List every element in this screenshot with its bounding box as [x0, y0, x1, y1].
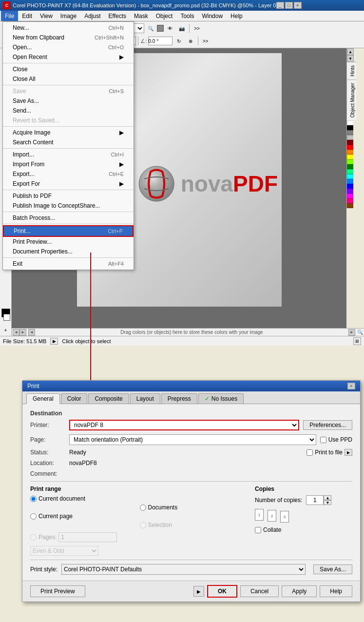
- current-doc-option[interactable]: Current document: [30, 495, 249, 502]
- eye-btn[interactable]: 👁: [165, 23, 175, 34]
- color-cyan[interactable]: [347, 174, 353, 179]
- menu-adjust[interactable]: Adjust: [80, 11, 104, 21]
- color-light-blue[interactable]: [347, 179, 353, 184]
- menu-effects[interactable]: Effects: [105, 11, 130, 21]
- color-green[interactable]: [347, 164, 353, 169]
- object-manager-tab[interactable]: Object Manager: [347, 79, 356, 120]
- bg-color-display[interactable]: [3, 314, 10, 321]
- color-teal[interactable]: [347, 169, 353, 174]
- spin-down[interactable]: ▼: [324, 500, 331, 505]
- menu-search[interactable]: Search Content: [3, 137, 134, 147]
- current-doc-radio[interactable]: [30, 496, 37, 502]
- color-white[interactable]: [347, 120, 353, 125]
- spin-up[interactable]: ▲: [324, 495, 331, 500]
- print-to-file-checkbox[interactable]: [307, 449, 313, 456]
- menu-image[interactable]: Image: [57, 11, 80, 21]
- print-style-select[interactable]: Corel PHOTO-PAINT Defaults: [61, 564, 306, 575]
- color-maroon[interactable]: [347, 140, 353, 145]
- angle-input[interactable]: [148, 37, 172, 45]
- menu-close-all[interactable]: Close All: [3, 74, 134, 84]
- menu-help[interactable]: Help: [227, 11, 247, 21]
- color-gray[interactable]: [347, 130, 353, 135]
- use-ppd-label[interactable]: Use PPD: [320, 436, 352, 443]
- tab-composite[interactable]: Composite: [88, 393, 129, 404]
- menu-batch-process[interactable]: Batch Process...: [3, 213, 134, 223]
- menu-acquire[interactable]: Acquire Image ▶: [3, 128, 134, 137]
- color-brown[interactable]: [347, 203, 353, 208]
- tab-no-issues[interactable]: ✓ No Issues: [198, 393, 244, 404]
- scroll-left-2[interactable]: ◄: [28, 329, 35, 336]
- apply-button[interactable]: Apply: [282, 585, 317, 597]
- scroll-up[interactable]: ▲: [347, 48, 354, 55]
- menu-import-from[interactable]: Import From ▶: [3, 159, 134, 169]
- more-btn-2[interactable]: >>: [200, 36, 211, 46]
- transform-btn[interactable]: ⊕: [185, 36, 196, 46]
- scroll-down[interactable]: ▼: [347, 55, 354, 62]
- collate-checkbox[interactable]: [255, 527, 261, 533]
- scroll-right[interactable]: ►: [348, 329, 355, 336]
- tab-layout[interactable]: Layout: [130, 393, 160, 404]
- menu-open[interactable]: Open... Ctrl+O: [3, 42, 134, 52]
- camera-btn[interactable]: 📷: [176, 23, 187, 34]
- color-btn[interactable]: [157, 25, 164, 32]
- page-select[interactable]: Match orientation (Portrait): [69, 434, 316, 445]
- menu-view[interactable]: View: [36, 11, 57, 21]
- collate-label[interactable]: Collate: [255, 526, 352, 533]
- menu-export-for[interactable]: Export For ▶: [3, 179, 134, 189]
- preferences-button[interactable]: Preferences...: [303, 420, 352, 430]
- hints-tab[interactable]: Hints: [347, 62, 356, 79]
- color-blue[interactable]: [347, 184, 353, 189]
- rotate-btn[interactable]: ↻: [173, 36, 184, 46]
- maximize-button[interactable]: □: [285, 2, 293, 9]
- preview-icon-btn[interactable]: ▶: [193, 586, 204, 597]
- ok-button[interactable]: OK: [207, 585, 237, 598]
- printer-select[interactable]: novaPDF 8: [69, 420, 299, 430]
- add-btn[interactable]: +: [1, 325, 11, 335]
- documents-option[interactable]: Documents: [140, 504, 249, 511]
- menu-edit[interactable]: Edit: [18, 11, 36, 21]
- cancel-button[interactable]: Cancel: [240, 585, 279, 597]
- menu-export[interactable]: Export... Ctrl+E: [3, 169, 134, 179]
- print-to-file-expand[interactable]: ▶: [345, 449, 352, 456]
- scroll-left[interactable]: ◄: [13, 329, 19, 336]
- menu-window[interactable]: Window: [198, 11, 227, 21]
- save-as-button[interactable]: Save As...: [313, 564, 352, 574]
- zoom-in-btn[interactable]: 🔍: [145, 23, 156, 34]
- menu-import[interactable]: Import... Ctrl+I: [3, 150, 134, 159]
- color-silver[interactable]: [347, 135, 353, 140]
- color-yellow[interactable]: [347, 155, 353, 159]
- tab-general[interactable]: General: [26, 393, 60, 404]
- print-preview-button[interactable]: Print Preview: [30, 585, 85, 597]
- color-lime[interactable]: [347, 159, 353, 164]
- menu-save-as[interactable]: Save As...: [3, 96, 134, 106]
- scroll-right-small[interactable]: ►: [19, 329, 26, 336]
- tab-prepress[interactable]: Prepress: [161, 393, 197, 404]
- more-btn[interactable]: >>: [192, 23, 202, 34]
- status-end-btn[interactable]: ⊞: [353, 337, 361, 345]
- menu-doc-props[interactable]: Document Properties...: [3, 247, 134, 256]
- color-magenta[interactable]: [347, 194, 353, 198]
- documents-radio[interactable]: [140, 505, 146, 511]
- menu-print[interactable]: Print... Ctrl+P: [3, 225, 134, 237]
- menu-print-preview[interactable]: Print Preview...: [3, 237, 134, 247]
- close-button[interactable]: ×: [294, 2, 302, 9]
- color-red[interactable]: [347, 145, 353, 150]
- color-purple[interactable]: [347, 189, 353, 194]
- current-page-radio[interactable]: [30, 513, 37, 520]
- menu-file[interactable]: File: [1, 11, 18, 21]
- expand-btn[interactable]: ▶: [50, 338, 58, 345]
- zoom-icon[interactable]: 🔍: [357, 330, 363, 335]
- current-page-option[interactable]: Current page: [30, 513, 249, 520]
- menu-close[interactable]: Close: [3, 64, 134, 74]
- color-orange[interactable]: [347, 150, 353, 155]
- menu-publish-concept[interactable]: Publish Image to ConceptShare...: [3, 201, 134, 211]
- minimize-button[interactable]: _: [276, 2, 284, 9]
- menu-send[interactable]: Send...: [3, 106, 134, 116]
- menu-new[interactable]: New... Ctrl+N: [3, 23, 134, 33]
- menu-publish-pdf[interactable]: Publish to PDF: [3, 191, 134, 201]
- copies-value-input[interactable]: [306, 495, 324, 505]
- menu-object[interactable]: Object: [152, 11, 177, 21]
- use-ppd-checkbox[interactable]: [320, 437, 326, 443]
- dialog-close-btn[interactable]: ×: [347, 383, 355, 389]
- menu-mask[interactable]: Mask: [130, 11, 152, 21]
